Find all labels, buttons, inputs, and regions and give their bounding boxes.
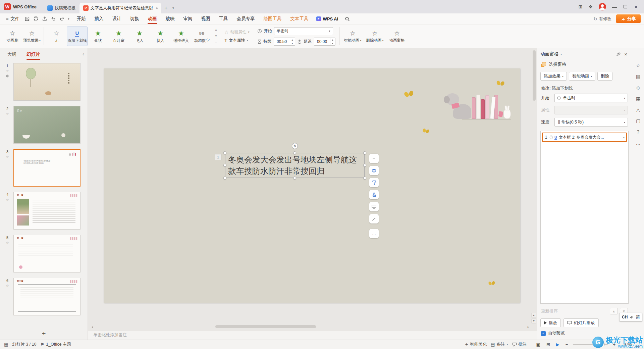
- pages-icon[interactable]: ▢: [636, 118, 640, 123]
- export-icon[interactable]: [41, 15, 49, 23]
- start-trigger-select[interactable]: 单击时 ▾: [274, 27, 333, 35]
- resize-handle[interactable]: [223, 151, 226, 154]
- tab-transition[interactable]: 切换: [126, 13, 144, 24]
- more-icon[interactable]: …: [636, 140, 641, 146]
- delete-button[interactable]: 删除: [597, 72, 612, 81]
- text-property-dropdown[interactable]: T 文本属性 ▾: [224, 38, 250, 43]
- slide-thumbnail[interactable]: [13, 63, 80, 101]
- slide[interactable]: 1 ↻ 冬奥会发大会发出号地块左侧导航这款车搜防水防汗非常搜回归 −: [104, 68, 520, 303]
- horizontal-scrollbar[interactable]: ◂ ▸: [90, 325, 531, 329]
- gallery-expand-button[interactable]: ≡: [213, 40, 219, 46]
- theme-indicator[interactable]: ⚑ 1_Office 主题: [41, 342, 71, 347]
- notes-bar[interactable]: 单击此处添加备注: [88, 330, 537, 340]
- more-options-icon[interactable]: …: [369, 229, 379, 238]
- pin-icon[interactable]: [616, 52, 621, 56]
- resize-handle[interactable]: [363, 164, 366, 167]
- wps-ai-button[interactable]: WPS AI: [313, 16, 342, 21]
- zoom-out-icon[interactable]: −: [565, 342, 569, 347]
- slideshow-view-icon[interactable]: ▶: [555, 342, 560, 347]
- tab-list-caret[interactable]: ▾: [171, 3, 176, 13]
- template-tab[interactable]: 找稿壳模板: [44, 3, 79, 13]
- tab-home[interactable]: 开始: [72, 13, 90, 24]
- duration-input[interactable]: 00.50 ▲▼: [274, 38, 295, 46]
- normal-view-icon[interactable]: ▣: [535, 342, 541, 347]
- zoom-level[interactable]: 97%: [621, 342, 632, 347]
- chevron-down-icon[interactable]: ▾: [623, 136, 625, 139]
- smart-animation-button[interactable]: ☆ 智能动画▾: [342, 26, 364, 47]
- tab-animation[interactable]: 动画: [144, 13, 161, 24]
- tab-view[interactable]: 视图: [197, 13, 215, 24]
- user-avatar[interactable]: [599, 3, 606, 10]
- tab-membership[interactable]: 会员专享: [232, 13, 259, 24]
- zoom-slider[interactable]: [573, 344, 608, 345]
- gallery-item-fly-in[interactable]: ★ 飞入: [129, 27, 150, 46]
- file-menu[interactable]: ≡ 文件: [3, 16, 22, 22]
- scrollbar-thumb[interactable]: [215, 325, 316, 328]
- screen-show-icon[interactable]: [369, 202, 379, 211]
- resize-handle[interactable]: [363, 177, 366, 180]
- animation-painter-button[interactable]: ☆ 动画刷: [3, 26, 22, 47]
- selected-textbox[interactable]: 冬奥会发大会发出号地块左侧导航这款车搜防水防汗非常搜回归: [225, 153, 365, 178]
- duration-down-button[interactable]: ▼: [290, 42, 295, 45]
- start-select[interactable]: 单击时 ▾: [554, 94, 628, 102]
- smart-animation-dropdown[interactable]: 智能动画 ▾: [569, 72, 595, 81]
- tab-slideshow[interactable]: 放映: [161, 13, 179, 24]
- slide-thumbnail[interactable]: 目录: [13, 106, 80, 144]
- tab-outline[interactable]: 大纲: [7, 48, 16, 60]
- modified-status[interactable]: ↻ 有修改: [594, 16, 611, 22]
- auto-preview-checkbox[interactable]: ✓: [541, 331, 546, 336]
- vertical-scrollbar[interactable]: [532, 50, 536, 117]
- slideshow-play-button[interactable]: 幻灯片播放: [564, 318, 599, 327]
- collapse-icon[interactable]: —: [636, 52, 641, 57]
- slide-thumbnail[interactable]: 第一章: [13, 235, 80, 272]
- rotate-handle[interactable]: ↻: [292, 143, 298, 149]
- thumbnails-icon[interactable]: ▦: [4, 342, 8, 347]
- effects-icon[interactable]: ☆: [636, 63, 640, 68]
- resize-handle[interactable]: [363, 151, 366, 154]
- minimize-button[interactable]: —: [609, 2, 620, 12]
- selection-pane-button[interactable]: 选择窗格: [537, 60, 632, 69]
- move-up-button[interactable]: ▲: [610, 308, 618, 314]
- workspace-grid-icon[interactable]: ⊞: [576, 4, 586, 9]
- new-tab-button[interactable]: +: [161, 3, 171, 13]
- gallery-item-dynamic-number[interactable]: 99 动态数字: [192, 27, 212, 46]
- previous-slide-button[interactable]: ▲: [531, 313, 536, 318]
- slide-thumbnail[interactable]: 第二章: [13, 278, 80, 315]
- close-pane-icon[interactable]: ×: [623, 51, 629, 57]
- gallery-item-none[interactable]: ☆ 无: [46, 27, 67, 46]
- close-button[interactable]: ×: [631, 2, 641, 12]
- gallery-scroll-up-button[interactable]: ▲: [213, 27, 219, 33]
- tab-tools[interactable]: 工具: [215, 13, 232, 24]
- smart-beautify-button[interactable]: ✦ 智能美化: [465, 342, 487, 347]
- undo-icon[interactable]: [50, 15, 57, 23]
- animation-order-badge[interactable]: 1: [215, 154, 221, 160]
- delete-animation-button[interactable]: ☆ 删除动画▾: [364, 26, 386, 47]
- tab-design[interactable]: 设计: [108, 13, 126, 24]
- resize-handle[interactable]: [293, 151, 296, 154]
- play-button[interactable]: 播放: [540, 318, 561, 327]
- tab-review[interactable]: 审阅: [179, 13, 197, 24]
- search-icon[interactable]: [341, 16, 353, 21]
- preview-effect-button[interactable]: ☆ 预览效果▾: [22, 26, 42, 47]
- skin-center-icon[interactable]: ❖: [585, 4, 596, 9]
- gallery-item-box[interactable]: ★ 盒状: [88, 27, 108, 46]
- delay-up-button[interactable]: ▲: [330, 38, 335, 42]
- slide-thumbnail-selected[interactable]: 冬奥会发大会发出号地块左侧导航这款车搜防水防汗非常搜回归: [13, 149, 80, 187]
- editing-canvas[interactable]: 1 ↻ 冬奥会发大会发出号地块左侧导航这款车搜防水防汗非常搜回归 −: [88, 48, 537, 340]
- gallery-item-cut-in[interactable]: ★ 切入: [150, 27, 171, 46]
- delay-input[interactable]: 00.00 ▲▼: [314, 38, 335, 46]
- grid-icon[interactable]: ▦: [636, 96, 640, 101]
- zoom-in-icon[interactable]: +: [612, 342, 616, 347]
- resize-handle[interactable]: [223, 164, 226, 167]
- add-slide-button[interactable]: +: [0, 330, 88, 338]
- zoom-slider-handle[interactable]: [601, 343, 605, 346]
- gallery-item-underline[interactable]: U 添加下划线: [67, 27, 88, 46]
- tab-text-tools[interactable]: 文本工具: [286, 13, 313, 24]
- maximize-button[interactable]: [620, 2, 631, 12]
- redo-icon[interactable]: [58, 15, 66, 23]
- layout-icon[interactable]: ▤: [636, 74, 640, 79]
- scroll-left-icon[interactable]: ◂: [90, 325, 95, 329]
- draw-icon[interactable]: △: [636, 107, 640, 112]
- add-effect-button[interactable]: 添加效果 ▾: [540, 72, 567, 81]
- app-home-tab[interactable]: W WPS Office: [3, 3, 41, 10]
